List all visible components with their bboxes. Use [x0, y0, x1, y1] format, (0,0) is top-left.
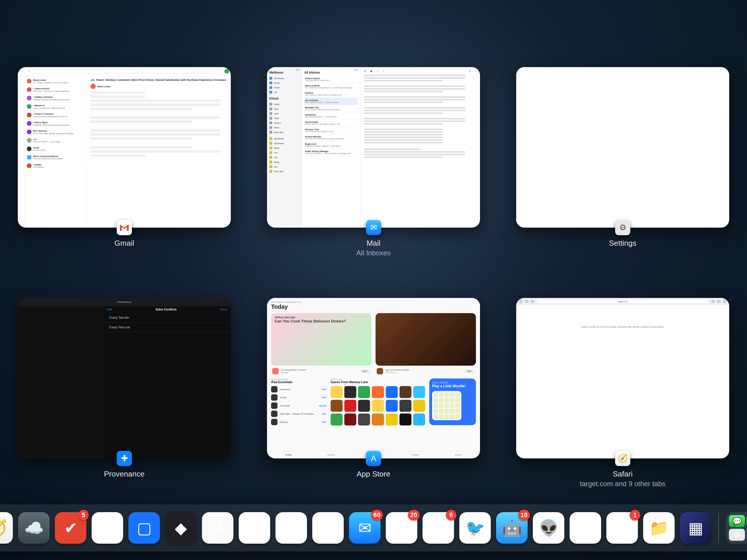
avatar-icon	[27, 121, 31, 126]
notification-badge: 20	[408, 510, 420, 520]
edit-button: Edit	[304, 69, 358, 71]
dock-app-apollo[interactable]: 👽	[533, 512, 564, 544]
dock-app-ia[interactable]: iA	[202, 512, 233, 544]
dock-app-obsidian[interactable]: ◆	[165, 512, 197, 544]
files-icon: 📁	[649, 520, 669, 536]
forward-icon: ↪︎	[383, 70, 384, 72]
gmail-thread: Brad LinderJ.D. Power: Wireless Customer…	[26, 77, 85, 86]
folder-icon	[269, 160, 272, 163]
folder-icon	[269, 142, 272, 145]
safari-icon: 🧭	[615, 451, 630, 466]
newtab-icon	[717, 300, 720, 303]
notification-badge: 6	[446, 510, 456, 520]
dock-app-outlook[interactable]: ✉︎20	[386, 512, 417, 544]
dock-app-twitter[interactable]: 🐦	[459, 512, 491, 544]
card-title: Mail	[366, 239, 381, 248]
gmail-thread: • Future F CameraA Second-Hand Maintenan…	[26, 111, 85, 120]
dock-app-shortcuts[interactable]: ▦	[680, 512, 712, 544]
mail-folder: Notes	[269, 125, 300, 130]
mail-icon: ✉︎	[366, 220, 381, 235]
dock-app-weather[interactable]: ☁️	[18, 512, 50, 544]
get-button: GET	[322, 421, 327, 424]
dock-app-music[interactable]: ♪	[570, 512, 601, 544]
dock-app-freeform[interactable]: 〰︎	[239, 512, 270, 544]
switcher-card-mail[interactable]: Edit Mailboxes All InboxesiCloudFastmVIP…	[267, 67, 480, 257]
mail-message: Chayce DuprésThe package at Frisco has…	[304, 76, 358, 83]
mini-icon: ⚙︎	[733, 531, 740, 539]
avatar-icon	[27, 113, 31, 117]
dock-recent-apps[interactable]: 💬16⚙︎A25	[726, 512, 747, 544]
dock-app-things[interactable]: ▭	[276, 512, 307, 544]
section-title: Games From Memory Lane	[331, 381, 425, 384]
tweetbot-icon: 🤖	[502, 520, 522, 536]
gmail-thread: • Hadley JohnsonWeekly Security Informat…	[26, 94, 85, 103]
dock-app-asana[interactable]: ⦿	[312, 512, 344, 544]
mail-folder: iCloud	[269, 80, 300, 85]
hero-subcard: Age of Empires MobilePre-Order GET	[376, 368, 476, 375]
game-tile	[413, 386, 425, 398]
switcher-card-safari[interactable]: target.com Safari could not load this pa…	[516, 298, 729, 488]
switcher-card-appstore[interactable]: THURSDAY, FEBRUARY 16 Today APPLE ARCADE…	[267, 298, 480, 488]
dock-app-safari[interactable]: 🧭	[0, 512, 13, 544]
hero-subcard: Cooking Mama: Cuisine!Arcade GET	[271, 368, 371, 375]
conflict-row: Crazy Taxi.bin	[103, 313, 231, 323]
dock-app-gmail[interactable]: M6	[422, 512, 454, 544]
dock: 🧭☁️✔︎5N▢◆iA〰︎▭⦿✉︎60✉︎20M6🐦🤖10👽♪⌗1📁▦💬16⚙︎…	[0, 505, 747, 551]
tab-arcade: Arcade	[412, 454, 419, 456]
mail-message: SteelSeriesIntroducing Destiny 2 × Steel…	[304, 112, 358, 120]
recent-settings[interactable]: ⚙︎	[729, 529, 745, 541]
switcher-card-provenance[interactable]: Provenance Edit Solve Conflicts Done Cra…	[18, 298, 231, 488]
folder-icon	[269, 170, 272, 173]
mail-icon: ✉︎	[358, 520, 371, 536]
slack-icon: ⌗	[618, 520, 626, 536]
mail-message: Mashable CityIntroducing a New Kind of S…	[304, 105, 358, 112]
card-title: Settings	[609, 239, 637, 248]
appstore-icon: A	[366, 451, 381, 466]
mail-folder: @justthree	[269, 141, 300, 146]
apollo-icon: 👽	[539, 520, 559, 536]
conflict-row: Crazy Taxi.cue	[103, 323, 231, 332]
provenance-thumbnail: Provenance Edit Solve Conflicts Done Cra…	[18, 298, 231, 458]
hero-card	[376, 313, 476, 366]
recent-messages[interactable]: 💬	[729, 515, 745, 527]
mail-folder: Sent	[269, 106, 300, 111]
mail-folder: Cra	[269, 155, 300, 160]
get-button: GET	[322, 396, 327, 399]
avatar-icon	[91, 84, 96, 89]
game-tile	[331, 400, 342, 412]
folder-icon	[269, 147, 272, 149]
appstore-essential-row: Disney+GET	[271, 419, 327, 425]
ia-icon: iA	[211, 520, 225, 536]
folder-icon	[269, 91, 272, 94]
edit-button: Edit	[269, 69, 300, 71]
provenance-window-title: Provenance	[18, 298, 231, 306]
app-switcher: ≡ Brad LinderJ.D. Power: Wireless Custom…	[0, 67, 747, 488]
dock-app-files[interactable]: 📁	[643, 512, 675, 544]
game-tile	[400, 386, 411, 398]
dock-app-notion[interactable]: N	[92, 512, 123, 544]
icloud-header: iCloud	[269, 97, 300, 100]
notification-badge: 10	[518, 510, 530, 520]
tab-search: Search	[455, 454, 462, 456]
switcher-card-settings[interactable]: ⚙︎ Settings	[516, 67, 729, 257]
mail-folder: Archive	[269, 121, 300, 125]
dock-app-todoist[interactable]: ✔︎5	[55, 512, 86, 544]
gmail-thread: Ben SchoonPixel Fold leaks; Google Messa…	[26, 128, 85, 136]
mail-folder: Fastm	[269, 85, 300, 90]
mail-folder: All Inboxes	[269, 76, 300, 80]
get-button: GET	[464, 370, 475, 373]
dock-app-screens[interactable]: ▢	[128, 512, 160, 544]
switcher-card-gmail[interactable]: ≡ Brad LinderJ.D. Power: Wireless Custom…	[18, 67, 231, 257]
app-icon	[271, 402, 278, 409]
gmail-thread: • Kerry FlynnBreaking: Meta earnings bea…	[26, 120, 85, 128]
dock-app-tweetbot[interactable]: 🤖10	[496, 512, 527, 544]
dock-app-slack[interactable]: ⌗1	[607, 512, 638, 544]
game-tile	[413, 413, 425, 426]
folder-icon	[269, 151, 272, 154]
appstore-essential-row: PixelmatorGET	[271, 386, 327, 392]
dock-app-mail[interactable]: ✉︎60	[349, 512, 381, 544]
safari-icon: 🧭	[0, 520, 7, 536]
folder-icon	[269, 117, 272, 120]
card-subtitle: All Inboxes	[356, 249, 390, 257]
avatar-icon	[27, 87, 31, 92]
